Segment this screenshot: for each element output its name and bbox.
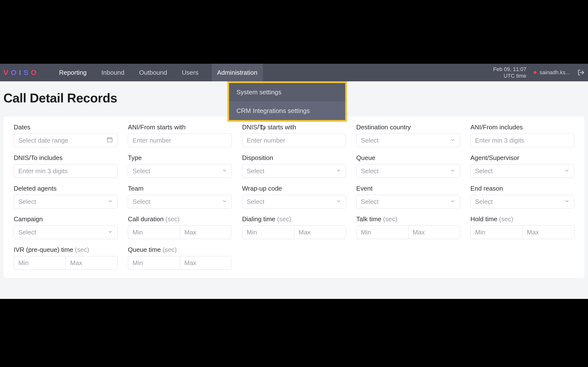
nav-users[interactable]: Users: [180, 64, 200, 81]
dnis-includes-input[interactable]: [14, 164, 118, 178]
team-select[interactable]: Select: [128, 195, 232, 208]
dnis-starts-field[interactable]: [247, 137, 341, 144]
ani-starts-field[interactable]: [133, 137, 227, 144]
chevron-down-icon: [222, 198, 227, 206]
label-ani-starts: ANI/From starts with: [128, 123, 232, 131]
filter-dnis-includes: DNIS/To includes: [14, 154, 118, 178]
select-placeholder: Select: [361, 198, 450, 206]
select-placeholder: Select: [18, 198, 108, 206]
label-queue-time: Queue time (sec): [128, 246, 232, 254]
chevron-down-icon: [108, 198, 113, 206]
talk-time-min[interactable]: [356, 225, 408, 239]
menu-system-settings[interactable]: System settings: [229, 83, 345, 101]
type-select[interactable]: Select: [128, 164, 232, 178]
end-reason-select[interactable]: Select: [470, 195, 574, 208]
filter-wrapup: Wrap-up code Select: [242, 185, 346, 208]
ivr-time-max[interactable]: [66, 256, 118, 270]
label-queue: Queue: [356, 154, 460, 162]
event-select[interactable]: Select: [356, 195, 460, 208]
date-text: Feb 09, 11:07: [493, 66, 527, 73]
label-hold-time: Hold time (sec): [470, 215, 574, 223]
administration-dropdown: System settings CRM Integrations setting…: [227, 81, 347, 122]
filter-disposition: Disposition Select: [242, 154, 346, 178]
chevron-down-icon: [108, 229, 113, 236]
select-placeholder: Select: [18, 229, 108, 236]
label-wrapup: Wrap-up code: [242, 185, 346, 192]
filter-type: Type Select: [128, 154, 232, 178]
queue-select[interactable]: Select: [356, 164, 460, 178]
user-menu[interactable]: sainadh.ks...: [534, 69, 570, 76]
datetime-display: Feb 09, 11:07 UTC time: [493, 66, 527, 79]
label-ani-includes: ANI/From includes: [470, 123, 574, 131]
label-event: Event: [356, 185, 460, 192]
menu-item-label: CRM Integrations settings: [236, 107, 310, 114]
queue-time-max[interactable]: [180, 256, 232, 270]
chevron-down-icon: [336, 167, 341, 175]
label-end-reason: End reason: [470, 185, 574, 192]
label-deleted-agents: Deleted agents: [14, 185, 118, 192]
filter-queue-time: Queue time (sec): [128, 246, 232, 270]
agent-select[interactable]: Select: [470, 164, 574, 178]
filter-dnis-starts: DNIS/To starts with: [242, 123, 346, 147]
disposition-select[interactable]: Select: [242, 164, 346, 178]
dialing-time-min[interactable]: [242, 225, 294, 239]
select-placeholder: Select: [133, 198, 222, 206]
chevron-down-icon: [564, 167, 570, 175]
status-indicator-icon: [534, 71, 537, 74]
dates-input[interactable]: [14, 134, 118, 147]
dates-field[interactable]: [18, 137, 107, 144]
label-dates: Dates: [14, 123, 118, 131]
deleted-agents-select[interactable]: Select: [14, 195, 118, 208]
filter-event: Event Select: [356, 185, 460, 208]
dnis-starts-input[interactable]: [242, 134, 346, 147]
dnis-includes-field[interactable]: [18, 167, 113, 175]
filter-dates: Dates: [14, 123, 118, 147]
call-duration-max[interactable]: [180, 225, 232, 239]
filter-dest-country: Destination country Select: [356, 123, 460, 147]
username-label: sainadh.ks...: [539, 69, 570, 76]
hold-time-min[interactable]: [470, 225, 522, 239]
chevron-down-icon: [450, 167, 455, 175]
svg-rect-0: [107, 138, 112, 142]
label-dnis-includes: DNIS/To includes: [14, 154, 118, 162]
hold-time-max[interactable]: [522, 225, 575, 239]
wrapup-select[interactable]: Select: [242, 195, 346, 208]
ivr-time-min[interactable]: [14, 256, 66, 270]
chevron-down-icon: [564, 198, 570, 206]
filters-panel: Dates ANI/From starts with DNIS: [3, 117, 585, 278]
nav-reporting[interactable]: Reporting: [58, 64, 88, 81]
top-navbar: V O I S O Reporting Inbound Outbound Use…: [0, 64, 588, 81]
filter-call-duration: Call duration (sec): [128, 215, 232, 239]
select-placeholder: Select: [247, 167, 336, 175]
campaign-select[interactable]: Select: [14, 225, 118, 239]
select-placeholder: Select: [361, 137, 450, 144]
app-window: V O I S O Reporting Inbound Outbound Use…: [0, 64, 588, 299]
filter-deleted-agents: Deleted agents Select: [14, 185, 118, 208]
filter-talk-time: Talk time (sec): [356, 215, 460, 239]
nav-administration[interactable]: Administration: [212, 64, 263, 81]
logo-letter: I: [19, 68, 22, 77]
main-nav: Reporting Inbound Outbound Users Adminis…: [58, 64, 263, 81]
label-disposition: Disposition: [242, 154, 346, 162]
logo-letter: O: [31, 68, 38, 77]
logo-letter: O: [11, 68, 18, 77]
filter-campaign: Campaign Select: [14, 215, 118, 239]
chevron-down-icon: [336, 198, 341, 206]
queue-time-min[interactable]: [128, 256, 180, 270]
menu-crm-integrations[interactable]: CRM Integrations settings: [229, 101, 345, 120]
logout-icon: [577, 69, 585, 76]
logout-button[interactable]: [577, 69, 585, 76]
nav-outbound[interactable]: Outbound: [138, 64, 169, 81]
label-talk-time: Talk time (sec): [356, 215, 460, 223]
ani-includes-input[interactable]: [470, 134, 574, 147]
brand-logo: V O I S O: [3, 68, 38, 77]
dest-country-select[interactable]: Select: [356, 134, 460, 147]
dialing-time-max[interactable]: [294, 225, 346, 239]
ani-starts-input[interactable]: [128, 134, 232, 147]
ani-includes-field[interactable]: [475, 137, 570, 144]
talk-time-max[interactable]: [408, 225, 460, 239]
select-placeholder: Select: [247, 198, 336, 206]
nav-inbound[interactable]: Inbound: [100, 64, 126, 81]
call-duration-min[interactable]: [128, 225, 180, 239]
filter-queue: Queue Select: [356, 154, 460, 178]
